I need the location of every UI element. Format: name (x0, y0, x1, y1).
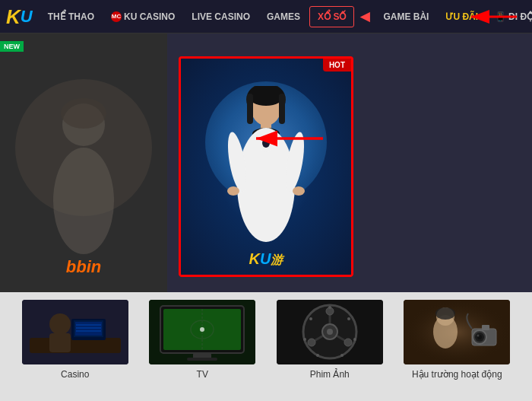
ku-yuu-cn: 游 (271, 253, 283, 266)
nav-arrow-annotation (464, 5, 524, 29)
thumbnails-section: Casino TV (0, 292, 532, 401)
casino-thumb-svg (22, 300, 128, 364)
thumb-tv-box (149, 300, 255, 364)
svg-point-73 (435, 307, 455, 320)
thumb-film-label: Phim Ảnh (310, 369, 350, 380)
logo-k: K (6, 7, 21, 27)
nav-games[interactable]: GAMES (259, 7, 308, 27)
panel-left: NEW bbin (0, 33, 167, 292)
svg-rect-51 (187, 358, 217, 361)
girl-center (213, 86, 319, 246)
ku-yuu-k: K (249, 250, 260, 267)
svg-rect-29 (247, 94, 253, 124)
girl-left-silhouette (0, 49, 167, 254)
svg-point-58 (344, 339, 352, 346)
svg-point-62 (328, 306, 331, 309)
thumb-backstage[interactable]: Hậu trường hoạt động (404, 300, 510, 380)
logo[interactable]: K U (6, 7, 33, 27)
nav-live-casino[interactable]: LIVE CASINO (184, 7, 258, 27)
tv-thumb-svg (149, 300, 255, 364)
thumb-tv-label: TV (197, 369, 208, 380)
svg-point-64 (353, 338, 356, 341)
svg-point-49 (200, 327, 204, 332)
nav-game-bai[interactable]: GAME BÀI (375, 7, 436, 27)
ku-yuu-logo: KU游 (249, 250, 283, 269)
main-arrow-annotation (247, 125, 331, 152)
thumb-casino-label: Casino (61, 369, 89, 380)
navbar: K U THỂ THAO Mc KU CASINO LIVE CASINO GA… (0, 0, 532, 33)
svg-point-26 (227, 186, 239, 196)
svg-point-5 (61, 98, 106, 129)
svg-point-61 (327, 329, 333, 335)
svg-point-65 (340, 354, 344, 357)
nav-xo-so[interactable]: XỔ SỐ (309, 6, 354, 27)
svg-point-67 (303, 338, 306, 341)
film-thumb-svg (277, 300, 383, 364)
logo-u: U (21, 8, 33, 25)
svg-rect-79 (482, 325, 489, 330)
hot-badge: HOT (323, 59, 351, 72)
thumb-film-box (277, 300, 383, 364)
thumb-film[interactable]: Phim Ảnh (277, 300, 383, 380)
svg-point-35 (49, 313, 71, 335)
svg-point-78 (477, 335, 480, 337)
svg-point-3 (53, 148, 114, 254)
featured-bg: KU游 (181, 59, 351, 275)
nav-arrow-left[interactable]: ◀ (356, 6, 374, 27)
ku-yuu-u: U (260, 250, 271, 267)
svg-point-68 (309, 317, 312, 320)
main-content: NEW bbin (0, 33, 532, 292)
girl-svg (213, 86, 319, 246)
thumb-tv[interactable]: TV (149, 300, 255, 380)
svg-point-63 (347, 317, 350, 320)
nav-the-thao[interactable]: THỂ THAO (40, 7, 102, 27)
svg-rect-30 (279, 94, 285, 124)
thumb-backstage-box (404, 300, 510, 364)
thumb-casino[interactable]: Casino (22, 300, 128, 380)
svg-point-66 (316, 354, 319, 357)
svg-point-59 (308, 339, 315, 346)
svg-rect-39 (75, 322, 102, 336)
svg-rect-36 (49, 333, 71, 352)
featured-card[interactable]: HOT (179, 56, 353, 277)
backstage-thumb-svg (404, 300, 510, 364)
thumb-backstage-label: Hậu trường hoạt động (412, 369, 502, 380)
ku-casino-label: KU CASINO (124, 11, 175, 22)
bbin-logo: bbin (66, 257, 101, 277)
thumb-casino-box (22, 300, 128, 364)
nav-ku-casino[interactable]: Mc KU CASINO (103, 7, 182, 27)
ku-badge: Mc (111, 11, 122, 22)
nav-items: THỂ THAO Mc KU CASINO LIVE CASINO GAMES … (40, 6, 532, 27)
svg-point-27 (293, 186, 305, 196)
